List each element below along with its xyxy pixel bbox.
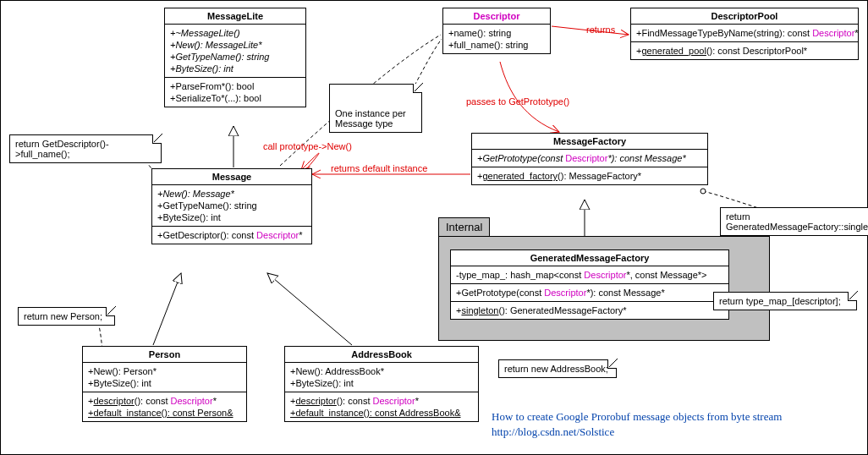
method: +ByteSize(): int: [88, 377, 241, 389]
method: +GetTypeName(): string: [157, 200, 306, 211]
class-title: Person: [83, 347, 246, 363]
method: +ByteSize(): int: [290, 377, 473, 389]
method: +descriptor(): const Descriptor*: [290, 395, 473, 407]
method: +SerializeTo*(...): bool: [170, 92, 300, 104]
class-person: Person +New(): Person* +ByteSize(): int …: [82, 346, 247, 422]
method: +FindMessageTypeByName(string): const De…: [636, 27, 853, 39]
ann-returns: returns: [586, 25, 615, 35]
method: +generated_factory(): MessageFactory*: [477, 170, 702, 182]
method: +ByteSize(): int: [157, 211, 306, 223]
method: +GetDescriptor(): const Descriptor*: [157, 229, 306, 241]
method: +name(): string: [448, 27, 545, 39]
method: +New(): Person*: [88, 365, 241, 377]
class-descriptor: Descriptor +name(): string +full_name():…: [442, 8, 551, 54]
method: +New(): MessageLite*: [170, 39, 300, 51]
class-title: Descriptor: [443, 8, 550, 25]
note-newaddressbook: return new AddressBook;: [498, 359, 617, 378]
method: +default_instance(): const Person&: [88, 407, 241, 419]
method: +New(): Message*: [157, 188, 306, 200]
class-addressbook: AddressBook +New(): AddressBook* +ByteSi…: [284, 346, 479, 422]
note-singleton: return GeneratedMessageFactory::singleto…: [720, 207, 868, 236]
class-title: MessageLite: [165, 8, 305, 25]
method: +descriptor(): const Descriptor*: [88, 395, 241, 407]
class-message: Message +New(): Message* +GetTypeName():…: [151, 168, 312, 244]
class-descriptorpool: DescriptorPool +FindMessageTypeByName(st…: [630, 8, 859, 60]
attribute: -type_map_: hash_map<const Descriptor*, …: [456, 269, 723, 281]
note-fold-icon: [106, 307, 115, 316]
method: +GetPrototype(const Descriptor*): const …: [456, 287, 723, 299]
note-fold-icon: [848, 292, 857, 301]
method: +full_name(): string: [448, 39, 545, 51]
ann-returnsdef: returns default instance: [331, 163, 427, 173]
footer-title: How to create Google Prorobuf message ob…: [492, 410, 782, 424]
method: +ByteSize(): int: [170, 63, 300, 74]
note-getdescriptor: return GetDescriptor()->full_name();: [9, 134, 162, 163]
method: +GetPrototype(const Descriptor*): const …: [477, 152, 702, 164]
note-typemap: return type_map_[descriptor];: [713, 292, 857, 310]
class-title: GeneratedMessageFactory: [451, 250, 728, 266]
class-generatedmessagefactory: GeneratedMessageFactory -type_map_: hash…: [450, 249, 729, 320]
internal-tab: Internal: [438, 217, 490, 236]
class-messagelite: MessageLite +~MessageLite() +New(): Mess…: [164, 8, 306, 107]
class-title: MessageFactory: [472, 134, 707, 150]
class-title: AddressBook: [285, 347, 478, 363]
footer-url: http://blog.csdn.net/Solstice: [492, 425, 614, 439]
class-title: Message: [152, 169, 311, 185]
method: +default_instance(): const AddressBook&: [290, 407, 473, 419]
note-newperson: return new Person;: [18, 307, 115, 326]
note-fold-icon: [413, 84, 422, 93]
method: +generated_pool(): const DescriptorPool*: [636, 45, 853, 57]
svg-line-2: [153, 273, 181, 345]
uml-diagram: MessageLite +~MessageLite() +New(): Mess…: [0, 0, 868, 455]
note-fold-icon: [152, 134, 162, 144]
method: +New(): AddressBook*: [290, 365, 473, 377]
note-oneinstance: One instance per Message type: [329, 84, 422, 133]
method: +singleton(): GeneratedMessageFactory*: [456, 304, 723, 316]
ann-callnew: call prototype->New(): [263, 141, 352, 151]
ann-passes: passes to GetPrototype(): [466, 96, 569, 107]
class-title: DescriptorPool: [631, 8, 858, 25]
class-messagefactory: MessageFactory +GetPrototype(const Descr…: [471, 133, 708, 185]
svg-line-3: [267, 273, 352, 345]
method: +GetTypeName(): string: [170, 51, 300, 63]
method: +ParseFrom*(): bool: [170, 80, 300, 92]
note-fold-icon: [607, 359, 617, 369]
method: +~MessageLite(): [170, 27, 300, 39]
